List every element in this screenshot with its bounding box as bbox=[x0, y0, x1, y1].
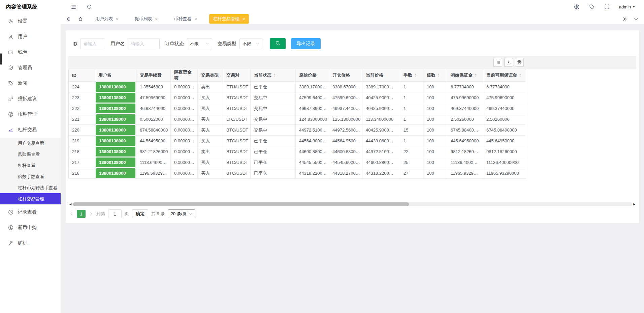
id-filter-input[interactable] bbox=[80, 38, 105, 49]
tab-close-icon[interactable]: × bbox=[194, 17, 197, 21]
tab-label: 币种查看 bbox=[174, 16, 191, 22]
column-header-label: 当前价格 bbox=[366, 72, 383, 78]
search-button[interactable] bbox=[270, 38, 286, 49]
scroll-tabs-left-icon[interactable] bbox=[66, 17, 71, 22]
tab-label: 用户列表 bbox=[95, 16, 113, 22]
confirm-page-button[interactable]: 确定 bbox=[132, 209, 148, 218]
cell: 11965.9329… bbox=[447, 168, 483, 179]
tab-user-list[interactable]: 用户列表× bbox=[91, 14, 123, 24]
collapse-sidebar-icon[interactable] bbox=[71, 4, 76, 10]
tab-close-icon[interactable]: × bbox=[116, 17, 119, 21]
sidebar-item-record-view[interactable]: 记录查看 bbox=[0, 204, 61, 220]
sort-icon[interactable]: ▲▼ bbox=[414, 73, 417, 77]
sidebar-item-label: 新币申购 bbox=[18, 225, 37, 231]
tab-withdraw-list[interactable]: 提币列表× bbox=[131, 14, 162, 24]
sort-icon[interactable]: ▲▼ bbox=[519, 73, 521, 77]
cell: 445.64950000 bbox=[447, 136, 483, 146]
sidebar-item-new-coin-subscribe[interactable]: 新币申购 bbox=[0, 220, 61, 235]
order-status-value: 不限 bbox=[190, 41, 199, 47]
username-badge[interactable]: 13800138000 bbox=[96, 136, 135, 146]
page-size-select[interactable]: 20 条/页 bbox=[168, 209, 195, 218]
tab-close-icon[interactable]: × bbox=[243, 17, 245, 21]
sidebar-item-feedback[interactable]: 投拆建议 bbox=[0, 91, 61, 107]
sort-icon[interactable]: ▲▼ bbox=[438, 73, 440, 77]
cell: 15 bbox=[400, 125, 423, 136]
username-badge[interactable]: 13800138000 bbox=[96, 158, 135, 167]
sidebar-item-settings[interactable]: 设置 bbox=[0, 13, 61, 29]
cell: 买入 bbox=[198, 136, 223, 146]
cell: 44564.9500… bbox=[329, 136, 362, 146]
tabs-menu-icon[interactable] bbox=[634, 17, 639, 22]
cell: 买入 bbox=[198, 157, 223, 168]
topbar: 内容管理系统 admin ▼ bbox=[0, 0, 644, 13]
sidebar-item-admins[interactable]: 管理员 bbox=[0, 60, 61, 76]
sidebar-scrollbar-thumb[interactable] bbox=[0, 53, 2, 65]
username-filter-input[interactable] bbox=[128, 38, 160, 49]
username-cell: 13800138000 bbox=[95, 125, 136, 136]
cell: 11136.4000… bbox=[447, 157, 483, 168]
filter-columns-button[interactable] bbox=[493, 58, 502, 67]
export-records-button[interactable]: 导出记录 bbox=[291, 38, 321, 49]
sidebar-subitem-risk-rate-view[interactable]: 风险率查看 bbox=[0, 149, 61, 160]
column-header[interactable]: 当前可用保证金▲▼ bbox=[483, 69, 526, 82]
globe-icon[interactable] bbox=[574, 4, 580, 10]
table-row: 217138001380001113.64000…0.00000…买入BTC/U… bbox=[69, 157, 526, 168]
column-header[interactable]: 初始保证金▲▼ bbox=[447, 69, 483, 82]
sort-icon[interactable]: ▲▼ bbox=[475, 73, 477, 77]
sidebar-subitem-leverage-coin-transfer-view[interactable]: 杠杆币划转法币查看 bbox=[0, 182, 61, 193]
username-badge[interactable]: 13800138000 bbox=[96, 125, 135, 135]
export-file-button[interactable] bbox=[504, 58, 513, 67]
scroll-left-icon[interactable]: ◀ bbox=[68, 203, 72, 206]
scrollbar-track[interactable] bbox=[72, 202, 632, 206]
next-page-icon[interactable] bbox=[89, 211, 93, 216]
sort-icon[interactable]: ▲▼ bbox=[273, 73, 276, 77]
username-badge[interactable]: 13800138000 bbox=[96, 114, 135, 124]
username-badge[interactable]: 13800138000 bbox=[96, 82, 135, 92]
tag-icon[interactable] bbox=[589, 4, 595, 10]
sidebar-subitem-leverage-view[interactable]: 杠杆查看 bbox=[0, 160, 61, 171]
sidebar-subitem-multiple-lots-view[interactable]: 倍数手数查看 bbox=[0, 171, 61, 182]
username-badge[interactable]: 13800138000 bbox=[96, 147, 135, 156]
username-badge[interactable]: 13800138000 bbox=[96, 168, 135, 178]
sidebar-item-coin-manage[interactable]: 币种管理 bbox=[0, 107, 61, 122]
trade-type-select[interactable]: 不限 bbox=[239, 38, 262, 49]
print-button[interactable] bbox=[515, 58, 524, 67]
tab-leverage-trade-manage[interactable]: 杠杆交易管理× bbox=[209, 14, 249, 24]
current-page[interactable]: 1 bbox=[77, 210, 86, 218]
cell: 25 bbox=[400, 157, 423, 168]
scrollbar-thumb[interactable] bbox=[73, 202, 409, 206]
sidebar-item-users[interactable]: 用户 bbox=[0, 29, 61, 45]
sidebar-subitem-user-trade-view[interactable]: 用户交易查看 bbox=[0, 138, 61, 149]
tab-coin-view[interactable]: 币种查看× bbox=[170, 14, 201, 24]
prev-page-icon[interactable] bbox=[69, 211, 74, 216]
cell: 11965.93290000 bbox=[483, 168, 526, 179]
sidebar-item-label: 币种管理 bbox=[18, 111, 37, 117]
column-header[interactable]: 倍数▲▼ bbox=[423, 69, 447, 82]
goto-page-input[interactable] bbox=[108, 209, 122, 218]
cell: 44972.5600… bbox=[329, 125, 362, 136]
admin-menu[interactable]: admin ▼ bbox=[619, 4, 635, 9]
scroll-right-icon[interactable]: ▶ bbox=[632, 203, 636, 206]
horizontal-scrollbar[interactable]: ◀ ▶ bbox=[68, 202, 636, 206]
total-count-label: 共 9 条 bbox=[151, 211, 165, 217]
fullscreen-icon[interactable] bbox=[604, 4, 610, 9]
id-filter-label: ID bbox=[72, 41, 77, 47]
scroll-tabs-right-icon[interactable] bbox=[622, 17, 627, 22]
username-badge[interactable]: 13800138000 bbox=[96, 104, 135, 113]
cell: 9812.18260000 bbox=[483, 146, 526, 157]
sidebar-item-news[interactable]: 新闻 bbox=[0, 76, 61, 91]
refresh-icon[interactable] bbox=[87, 4, 92, 9]
sidebar-item-miner[interactable]: 矿机 bbox=[0, 235, 61, 251]
home-icon[interactable] bbox=[78, 16, 83, 22]
sidebar-item-wallet[interactable]: 钱包 bbox=[0, 45, 61, 60]
order-status-select[interactable]: 不限 bbox=[187, 38, 212, 49]
cell: 44972.5100… bbox=[362, 146, 400, 157]
sidebar-subitem-leverage-trade-manage[interactable]: 杠杆交易管理 bbox=[0, 193, 61, 204]
column-header[interactable]: 当前状态▲▼ bbox=[251, 69, 296, 82]
cell: 216 bbox=[69, 168, 95, 179]
tab-close-icon[interactable]: × bbox=[155, 17, 158, 21]
column-header[interactable]: 手数▲▼ bbox=[400, 69, 423, 82]
username-badge[interactable]: 13800138000 bbox=[96, 93, 135, 103]
cell: 46937.4400… bbox=[329, 103, 362, 114]
sidebar-item-leverage-trade[interactable]: 杠杆交易 bbox=[0, 122, 61, 138]
